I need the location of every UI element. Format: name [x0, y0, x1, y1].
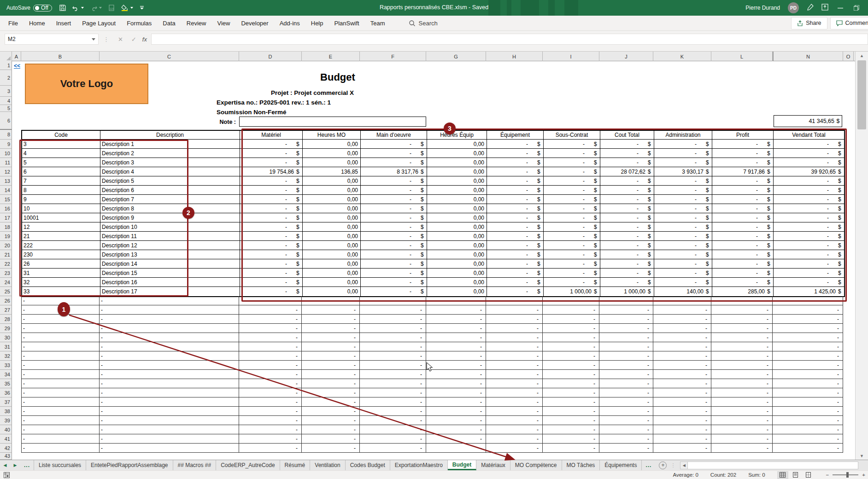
money-cell[interactable]: -$ — [774, 241, 844, 250]
table-header-cell[interactable]: Description — [100, 131, 240, 140]
empty-cell[interactable]: - — [360, 361, 426, 370]
money-cell[interactable]: -$ — [487, 259, 544, 269]
money-cell[interactable]: -$ — [240, 176, 303, 186]
comments-button[interactable]: Comments — [830, 17, 868, 29]
empty-cell[interactable]: - — [426, 407, 486, 416]
money-cell[interactable]: -$ — [487, 167, 544, 176]
money-cell[interactable]: -$ — [712, 278, 774, 287]
money-cell[interactable]: -$ — [240, 149, 303, 158]
table-header-cell[interactable]: Heures MO — [303, 131, 361, 140]
insert-function-icon[interactable]: fx — [142, 36, 147, 43]
empty-cell[interactable]: - — [100, 342, 239, 351]
row-header-10[interactable]: 10 — [0, 149, 12, 158]
empty-cell[interactable]: - — [599, 351, 653, 361]
restore-button[interactable] — [852, 5, 861, 11]
money-cell[interactable]: -$ — [487, 213, 544, 222]
row-header-40[interactable]: 40 — [0, 425, 12, 434]
empty-cell[interactable]: - — [653, 370, 711, 379]
row-header-38[interactable]: 38 — [0, 407, 12, 416]
empty-cell[interactable]: - — [100, 361, 239, 370]
empty-cell[interactable]: - — [486, 444, 543, 453]
empty-cell[interactable]: - — [100, 351, 239, 361]
money-cell[interactable]: -$ — [600, 158, 654, 167]
empty-cell[interactable]: - — [302, 425, 360, 434]
row-header-30[interactable]: 30 — [0, 333, 12, 342]
empty-cell[interactable]: - — [653, 388, 711, 397]
empty-cell[interactable]: - — [21, 416, 100, 425]
empty-cell[interactable]: - — [599, 370, 653, 379]
money-cell[interactable]: -$ — [654, 204, 712, 213]
scroll-down-icon[interactable]: ▼ — [856, 452, 868, 460]
money-cell[interactable]: -$ — [654, 250, 712, 259]
zoom-slider[interactable] — [833, 474, 858, 475]
code-cell[interactable]: 21 — [22, 232, 100, 241]
empty-cell[interactable] — [302, 296, 360, 305]
fill-color-button[interactable] — [121, 5, 133, 11]
empty-cell[interactable]: - — [543, 305, 599, 315]
empty-cell[interactable]: - — [599, 397, 653, 407]
empty-cell[interactable]: - — [360, 407, 426, 416]
hours-cell[interactable]: 0,00 — [427, 186, 487, 195]
money-cell[interactable]: -$ — [361, 222, 427, 232]
logo-shape[interactable]: Votre Logo — [25, 64, 148, 104]
empty-cell[interactable]: - — [302, 361, 360, 370]
page-break-view-button[interactable] — [803, 471, 814, 479]
empty-cell[interactable]: - — [426, 397, 486, 407]
hours-cell[interactable]: 0,00 — [427, 158, 487, 167]
empty-cell[interactable]: - — [653, 342, 711, 351]
money-cell[interactable]: -$ — [361, 149, 427, 158]
money-cell[interactable]: -$ — [712, 232, 774, 241]
hours-cell[interactable]: 0,00 — [303, 140, 361, 149]
sheet-tab-budget[interactable]: Budget — [448, 460, 476, 470]
empty-cell[interactable]: - — [543, 324, 599, 333]
row-header-26[interactable]: 26 — [0, 296, 12, 305]
table-header-cell[interactable]: Matériel — [240, 131, 303, 140]
hours-cell[interactable]: 0,00 — [303, 259, 361, 269]
money-cell[interactable]: -$ — [544, 140, 600, 149]
description-cell[interactable]: Description 17 — [100, 287, 240, 296]
empty-cell[interactable]: - — [100, 425, 239, 434]
hours-cell[interactable]: 0,00 — [427, 222, 487, 232]
empty-cell[interactable]: - — [239, 342, 302, 351]
code-cell[interactable]: 230 — [22, 250, 100, 259]
empty-cell[interactable]: - — [773, 342, 843, 351]
table-header-cell[interactable]: Code — [22, 131, 100, 140]
money-cell[interactable]: -$ — [487, 158, 544, 167]
empty-cell[interactable]: - — [100, 305, 239, 315]
empty-cell[interactable]: - — [302, 407, 360, 416]
empty-cell[interactable]: - — [599, 388, 653, 397]
table-header-cell[interactable]: Main d'oeuvre — [361, 131, 427, 140]
money-cell[interactable]: -$ — [774, 213, 844, 222]
code-cell[interactable]: 32 — [22, 278, 100, 287]
empty-cell[interactable]: - — [543, 370, 599, 379]
empty-cell[interactable]: - — [543, 342, 599, 351]
empty-cell[interactable]: - — [773, 305, 843, 315]
money-cell[interactable]: -$ — [712, 158, 774, 167]
row-header-17[interactable]: 17 — [0, 213, 12, 222]
empty-cell[interactable]: - — [543, 333, 599, 342]
row-header-1[interactable]: 1 — [0, 61, 12, 70]
empty-cell[interactable]: - — [100, 296, 239, 305]
empty-cell[interactable]: - — [773, 425, 843, 434]
description-cell[interactable]: Description 9 — [100, 213, 240, 222]
code-cell[interactable]: 33 — [22, 287, 100, 296]
row-header-24[interactable]: 24 — [0, 278, 12, 287]
money-cell[interactable]: -$ — [544, 269, 600, 278]
empty-cell[interactable]: - — [599, 305, 653, 315]
sheet-tab-liste-succursales[interactable]: Liste succursales — [34, 460, 86, 470]
empty-cell[interactable]: - — [653, 315, 711, 324]
save-button[interactable] — [59, 5, 66, 11]
hours-cell[interactable]: 0,00 — [303, 241, 361, 250]
empty-cell[interactable]: - — [360, 370, 426, 379]
empty-cell[interactable]: - — [426, 361, 486, 370]
empty-cell[interactable]: - — [486, 315, 543, 324]
empty-cell[interactable]: - — [100, 324, 239, 333]
empty-cell[interactable]: - — [426, 416, 486, 425]
money-cell[interactable]: -$ — [240, 213, 303, 222]
empty-cell[interactable]: - — [711, 324, 773, 333]
empty-cell[interactable]: - — [599, 444, 653, 453]
money-cell[interactable]: -$ — [774, 259, 844, 269]
money-cell[interactable]: -$ — [544, 278, 600, 287]
money-cell[interactable]: -$ — [600, 204, 654, 213]
money-cell[interactable]: -$ — [654, 176, 712, 186]
